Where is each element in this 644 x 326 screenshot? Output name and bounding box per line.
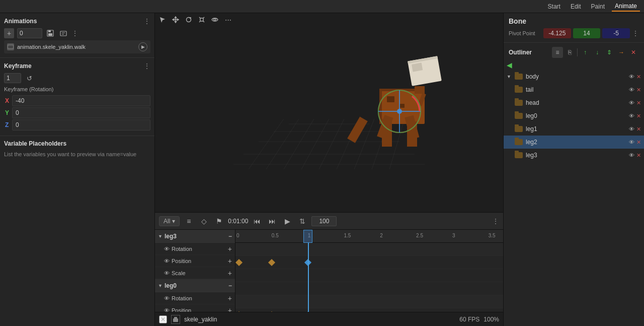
animation-entry[interactable]: animation.skele_yaklin.walk ▶: [4, 40, 150, 53]
leg3-scale-add[interactable]: +: [228, 269, 232, 277]
ol-item-tail[interactable]: tail 👁 ✕: [504, 83, 644, 96]
body-name: body: [526, 73, 627, 80]
keyframe-number-input[interactable]: [4, 73, 21, 83]
play-button[interactable]: ▶: [281, 215, 293, 227]
eye-icon-leg3-scale[interactable]: 👁: [164, 270, 170, 276]
leg0-eye-icon[interactable]: 👁: [629, 113, 634, 119]
menu-paint[interactable]: Paint: [588, 2, 608, 11]
keyframe-menu-dots[interactable]: ⋮: [143, 62, 150, 70]
pivot-more-button[interactable]: ⋮: [632, 29, 639, 37]
ol-item-leg2[interactable]: leg2 👁 ✕: [504, 136, 644, 149]
ol-add-sibling-button[interactable]: ⇕: [604, 47, 615, 58]
leg0-close-icon[interactable]: ✕: [636, 113, 641, 119]
tail-close-icon[interactable]: ✕: [636, 87, 641, 93]
timeline-key-button[interactable]: ◇: [198, 215, 210, 227]
menu-animate[interactable]: Animate: [612, 2, 640, 12]
variable-placeholders-section: Variable Placeholders List the variables…: [0, 136, 154, 326]
pivot-y-input[interactable]: [573, 28, 601, 38]
bone-section: Bone Pivot Point ⋮: [504, 13, 644, 43]
timeline-flag-button[interactable]: ⚑: [213, 215, 225, 227]
leg3-position-add[interactable]: +: [228, 257, 232, 265]
leg0-minus[interactable]: −: [228, 282, 232, 289]
eye-icon-leg0-rotation[interactable]: 👁: [164, 295, 170, 301]
ol-item-head[interactable]: head 👁 ✕: [504, 96, 644, 109]
timeline-filter-button[interactable]: All ▾: [159, 216, 180, 226]
leg3-close-icon[interactable]: ✕: [636, 152, 641, 159]
playhead: [308, 243, 309, 312]
add-animation-button[interactable]: +: [4, 28, 14, 38]
play-animation-button[interactable]: ▶: [138, 42, 147, 51]
outliner-tools: ≡ ⎘ ↑ ↓ ⇕ → ✕: [552, 47, 639, 58]
kf-leg0-rot-0[interactable]: [235, 311, 243, 312]
track-group-leg3[interactable]: ▼ leg3 −: [155, 230, 235, 243]
var-desc: List the variables you want to preview v…: [4, 150, 150, 159]
leg3-minus[interactable]: −: [228, 233, 232, 240]
leg0-position-add[interactable]: +: [228, 306, 232, 312]
animations-menu-dots[interactable]: ⋮: [143, 17, 150, 25]
main-layout: Animations ⋮ +: [0, 13, 644, 326]
leg3-rotation-add[interactable]: +: [228, 245, 232, 253]
kf-leg0-rot-1[interactable]: [268, 311, 275, 312]
export-animation-button[interactable]: [58, 28, 68, 38]
tl-row-leg0-group: [235, 295, 503, 308]
z-label: Z: [4, 120, 12, 130]
leg1-close-icon[interactable]: ✕: [636, 126, 641, 133]
eye-icon-leg3-rotation[interactable]: 👁: [164, 246, 170, 252]
tail-eye-icon[interactable]: 👁: [629, 87, 634, 93]
svg-rect-5: [8, 45, 13, 48]
center-area: ⋯: [155, 13, 503, 326]
leg3-position-label: Position: [172, 258, 226, 264]
keyframe-reset-button[interactable]: ↺: [24, 73, 34, 83]
timeline-list-button[interactable]: ≡: [183, 215, 195, 227]
pivot-x-input[interactable]: [543, 28, 571, 38]
leg3-eye-icon[interactable]: 👁: [629, 152, 634, 158]
close-button[interactable]: ✕: [159, 315, 167, 323]
save-animation-button[interactable]: [45, 28, 55, 38]
ol-arrow-button[interactable]: →: [616, 47, 627, 58]
track-leg3-rotation: 👁 Rotation +: [155, 243, 235, 255]
prev-frame-button[interactable]: ⏮: [251, 215, 263, 227]
track-group-leg0[interactable]: ▼ leg0 −: [155, 279, 235, 292]
viewport[interactable]: ⋯: [155, 13, 503, 212]
ol-add-child-button[interactable]: ↓: [592, 47, 603, 58]
y-label: Y: [4, 108, 12, 118]
y-rotation-row: Y: [4, 107, 150, 118]
x-rotation-input[interactable]: [12, 95, 150, 106]
tl-row-leg0-rotation: [235, 308, 503, 312]
ol-list-view-button[interactable]: ≡: [552, 47, 563, 58]
next-frame-button[interactable]: ⏭: [266, 215, 278, 227]
body-eye-icon[interactable]: 👁: [629, 74, 634, 80]
leg1-eye-icon[interactable]: 👁: [629, 126, 634, 132]
menu-start[interactable]: Start: [545, 2, 564, 11]
fps-display: 60 FPS: [459, 316, 479, 323]
kf-leg3-rot-0[interactable]: [235, 259, 243, 266]
keyframe-title: Keyframe: [4, 62, 32, 70]
leg0-name: leg0: [165, 282, 226, 289]
head-eye-icon[interactable]: 👁: [629, 100, 634, 106]
eye-icon-leg3-position[interactable]: 👁: [164, 258, 170, 264]
frame-input[interactable]: [17, 28, 42, 38]
kf-leg3-rot-1[interactable]: [268, 259, 275, 266]
menu-edit[interactable]: Edit: [568, 2, 584, 11]
ol-delete-button[interactable]: ✕: [628, 47, 639, 58]
ol-item-leg1[interactable]: leg1 👁 ✕: [504, 122, 644, 136]
y-rotation-input[interactable]: [12, 107, 150, 118]
animations-section: Animations ⋮ +: [0, 13, 154, 58]
eye-icon-leg0-position[interactable]: 👁: [164, 307, 170, 312]
head-close-icon[interactable]: ✕: [636, 100, 641, 106]
ol-add-bone-button[interactable]: ↑: [580, 47, 591, 58]
timeline-dots[interactable]: ⋮: [492, 217, 499, 225]
frame-count-input[interactable]: [311, 216, 337, 226]
leg2-eye-icon[interactable]: 👁: [629, 139, 634, 145]
ol-item-leg0[interactable]: leg0 👁 ✕: [504, 109, 644, 122]
shuffle-button[interactable]: ⇅: [296, 215, 308, 227]
anim-row-dots[interactable]: ⋮: [71, 29, 78, 37]
ol-item-body[interactable]: ▼ body 👁 ✕: [504, 70, 644, 83]
ol-item-leg3[interactable]: leg3 👁 ✕: [504, 149, 644, 162]
pivot-z-input[interactable]: [602, 28, 630, 38]
leg0-rotation-add[interactable]: +: [228, 294, 232, 302]
z-rotation-input[interactable]: [12, 119, 150, 131]
leg2-close-icon[interactable]: ✕: [636, 139, 641, 146]
body-close-icon[interactable]: ✕: [636, 74, 641, 80]
ol-copy-button[interactable]: ⎘: [564, 47, 575, 58]
